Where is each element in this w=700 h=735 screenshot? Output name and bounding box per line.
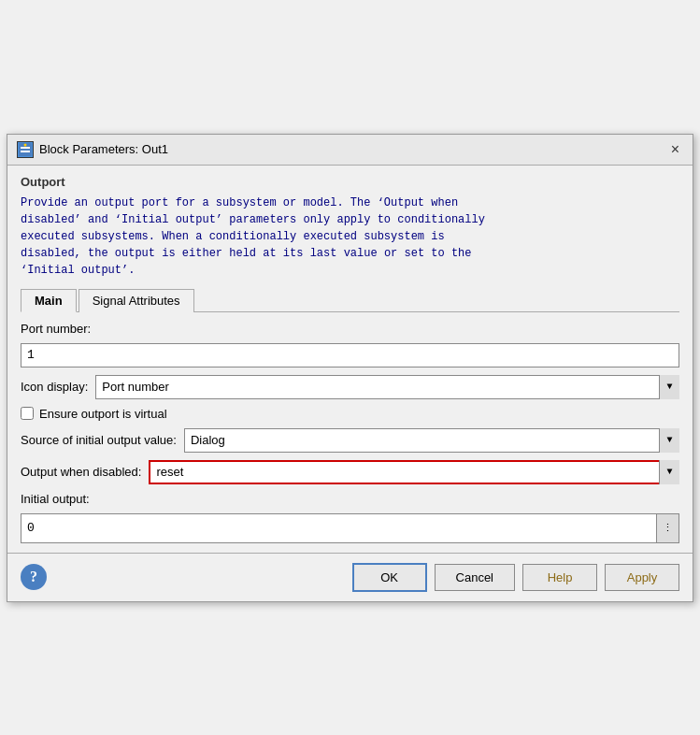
icon-display-row: Icon display: Port number Port name None…	[21, 375, 679, 399]
port-number-input[interactable]	[21, 343, 679, 368]
and-text: and	[88, 213, 108, 226]
output-disabled-row: Output when disabled: reset held ▼	[21, 460, 679, 484]
section-title: Outport	[21, 175, 679, 189]
svg-point-3	[24, 143, 27, 146]
initial-output-label: Initial output:	[21, 492, 90, 506]
tab-main[interactable]: Main	[21, 289, 77, 312]
source-select[interactable]: Dialog Input signal	[184, 428, 679, 453]
dialog-icon	[17, 141, 34, 158]
apply-button[interactable]: Apply	[605, 564, 679, 591]
help-icon-btn[interactable]: ?	[21, 564, 47, 590]
initial-output-label-row: Initial output:	[21, 492, 679, 506]
ensure-virtual-checkbox[interactable]	[21, 407, 34, 420]
icon-display-select-wrapper: Port number Port name None ▼	[95, 375, 679, 399]
source-row: Source of initial output value: Dialog I…	[21, 428, 679, 453]
initial-output-input[interactable]	[21, 514, 656, 542]
initial-output-wrapper: ⋮	[21, 513, 679, 543]
tab-signal-attributes[interactable]: Signal Attributes	[79, 289, 194, 312]
output-disabled-select-wrapper: reset held ▼	[149, 460, 679, 484]
ok-button[interactable]: OK	[352, 563, 427, 592]
description-text: Provide an output port for a subsystem o…	[21, 195, 679, 279]
initial-output-expand-btn[interactable]: ⋮	[656, 514, 679, 542]
ensure-virtual-label: Ensure outport is virtual	[39, 407, 167, 421]
block-parameters-dialog: Block Parameters: Out1 × Outport Provide…	[7, 134, 693, 602]
svg-rect-2	[21, 151, 30, 152]
svg-rect-1	[21, 147, 30, 149]
ensure-virtual-row: Ensure outport is virtual	[21, 407, 679, 421]
close-button[interactable]: ×	[667, 140, 683, 159]
help-button[interactable]: Help	[522, 564, 597, 591]
output-disabled-select[interactable]: reset held	[149, 460, 679, 484]
source-select-wrapper: Dialog Input signal ▼	[184, 428, 679, 453]
port-number-input-row	[21, 343, 679, 368]
output-disabled-label: Output when disabled:	[21, 465, 141, 479]
icon-display-label: Icon display:	[21, 380, 88, 394]
port-number-row: Port number:	[21, 322, 679, 336]
cancel-button[interactable]: Cancel	[435, 564, 515, 591]
tabs-row: Main Signal Attributes	[21, 288, 679, 312]
title-bar-left: Block Parameters: Out1	[17, 141, 168, 158]
icon-display-select[interactable]: Port number Port name None	[95, 375, 679, 399]
bottom-bar: ? OK Cancel Help Apply	[7, 553, 693, 601]
title-bar: Block Parameters: Out1 ×	[7, 135, 693, 166]
dialog-content: Outport Provide an output port for a sub…	[7, 166, 693, 553]
port-number-label: Port number:	[21, 322, 91, 336]
or-text: or	[384, 247, 397, 260]
source-label: Source of initial output value:	[21, 433, 177, 447]
dialog-title: Block Parameters: Out1	[39, 142, 168, 156]
